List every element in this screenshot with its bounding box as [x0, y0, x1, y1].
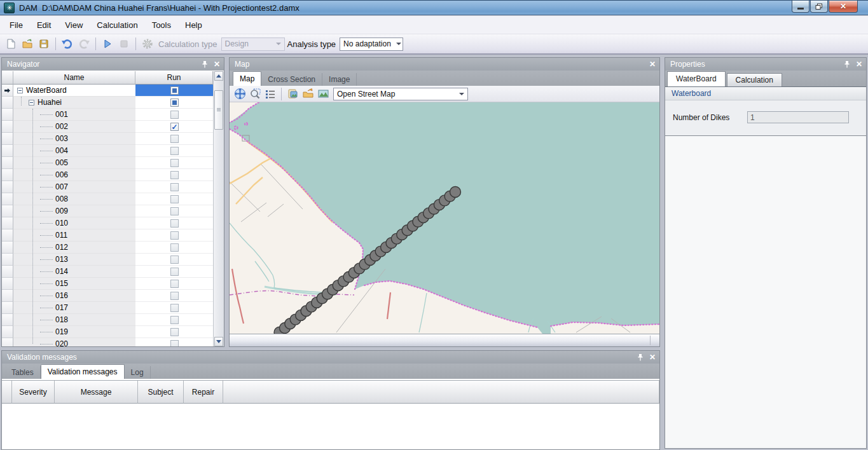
tree-name-cell[interactable]: 015 — [13, 278, 135, 290]
run-calculation-button[interactable] — [100, 36, 115, 51]
run-cell[interactable] — [135, 109, 213, 121]
run-checkbox-huahei[interactable] — [170, 99, 179, 107]
column-header-repair[interactable]: Repair — [184, 381, 223, 404]
menu-item-tools[interactable]: Tools — [145, 18, 178, 32]
title-bar[interactable]: ✳ DAM D:\DAM\DAM China Huahei Frans\Huah… — [0, 0, 868, 15]
tree-name-cell[interactable]: 008 — [13, 193, 135, 205]
redo-button[interactable] — [76, 36, 92, 51]
run-cell[interactable] — [135, 205, 213, 217]
analysis-type-combo[interactable]: No adaptation — [340, 38, 403, 51]
tree-name-cell[interactable]: 020 — [13, 338, 135, 346]
run-cell[interactable] — [135, 217, 213, 229]
close-panel-icon[interactable]: ✕ — [649, 60, 656, 68]
menu-item-view[interactable]: View — [58, 18, 90, 32]
run-cell[interactable] — [135, 145, 213, 157]
run-cell[interactable] — [135, 278, 213, 290]
tree-row-017[interactable]: 017 — [2, 302, 213, 314]
run-cell[interactable] — [135, 85, 213, 97]
run-checkbox-009[interactable] — [170, 207, 179, 215]
tree-row-002[interactable]: 002 — [2, 121, 213, 133]
tree-name-cell[interactable]: 010 — [13, 217, 135, 229]
run-cell[interactable] — [135, 338, 213, 346]
run-cell[interactable] — [135, 193, 213, 205]
tree-name-cell[interactable]: 014 — [13, 266, 135, 278]
zoom-selection-button[interactable] — [248, 87, 262, 101]
tree-row-008[interactable]: 008 — [2, 193, 213, 205]
tab-calculation[interactable]: Calculation — [727, 73, 782, 86]
tree-row-015[interactable]: 015 — [2, 278, 213, 290]
tree-row-waterboard[interactable]: WaterBoard — [2, 85, 213, 97]
run-cell[interactable] — [135, 242, 213, 254]
close-panel-icon[interactable]: ✕ — [649, 353, 656, 361]
tree-row-004[interactable]: 004 — [2, 145, 213, 157]
name-column-header[interactable]: Name — [13, 71, 135, 85]
run-cell[interactable] — [135, 121, 213, 133]
menu-item-file[interactable]: File — [3, 18, 30, 32]
tab-waterboard[interactable]: WaterBoard — [667, 71, 726, 86]
pin-icon[interactable] — [844, 61, 850, 68]
map-canvas[interactable] — [230, 102, 659, 334]
run-cell[interactable] — [135, 254, 213, 266]
pin-icon[interactable] — [202, 61, 208, 68]
run-cell[interactable] — [135, 302, 213, 314]
dike-point-marker[interactable] — [450, 187, 461, 198]
run-cell[interactable] — [135, 290, 213, 302]
tree-row-009[interactable]: 009 — [2, 205, 213, 217]
scrollbar-thumb[interactable] — [214, 90, 223, 130]
restore-button[interactable] — [810, 1, 828, 13]
run-cell[interactable] — [135, 181, 213, 193]
run-checkbox-011[interactable] — [170, 231, 179, 240]
save-file-button[interactable] — [36, 36, 52, 51]
run-checkbox-015[interactable] — [170, 280, 179, 288]
open-folder-button[interactable] — [301, 87, 315, 101]
tab-map[interactable]: Map — [233, 71, 261, 86]
number-of-dikes-input[interactable] — [747, 111, 849, 123]
tree-row-010[interactable]: 010 — [2, 217, 213, 229]
tree-name-cell[interactable]: 001 — [13, 109, 135, 121]
run-checkbox-017[interactable] — [170, 304, 179, 312]
tree-row-011[interactable]: 011 — [2, 229, 213, 242]
run-cell[interactable] — [135, 326, 213, 338]
tree-expander-icon[interactable] — [29, 100, 34, 106]
close-panel-icon[interactable]: ✕ — [214, 60, 220, 68]
run-checkbox-020[interactable] — [170, 340, 179, 347]
tree-name-cell[interactable]: 009 — [13, 205, 135, 217]
tree-row-014[interactable]: 014 — [2, 266, 213, 278]
run-checkbox-016[interactable] — [170, 292, 179, 300]
tree-name-cell[interactable]: 012 — [13, 242, 135, 254]
tree-row-007[interactable]: 007 — [2, 181, 213, 193]
run-column-header[interactable]: Run — [135, 71, 213, 85]
tree-row-001[interactable]: 001 — [2, 109, 213, 121]
tree-name-cell[interactable]: 002 — [13, 121, 135, 133]
pin-icon[interactable] — [637, 354, 644, 361]
run-checkbox-018[interactable] — [170, 316, 179, 324]
map-horizontal-scrollbar[interactable] — [230, 334, 659, 346]
run-checkbox-waterboard[interactable] — [170, 86, 179, 95]
close-button[interactable]: ✕ — [829, 1, 858, 13]
run-checkbox-005[interactable] — [170, 159, 179, 167]
tree-row-012[interactable]: 012 — [2, 242, 213, 254]
tree-name-cell[interactable]: 013 — [13, 254, 135, 266]
undo-button[interactable] — [60, 36, 75, 51]
run-checkbox-019[interactable] — [170, 328, 179, 336]
run-cell[interactable] — [135, 266, 213, 278]
open-file-button[interactable] — [20, 36, 35, 51]
background-image-button[interactable] — [316, 87, 330, 101]
tree-name-cell[interactable]: 018 — [13, 314, 135, 326]
tree-row-006[interactable]: 006 — [2, 169, 213, 181]
new-file-button[interactable] — [3, 36, 18, 51]
tree-row-huahei[interactable]: Huahei — [2, 97, 213, 109]
navigator-scrollbar[interactable] — [213, 71, 224, 346]
run-checkbox-008[interactable] — [170, 195, 179, 203]
run-checkbox-013[interactable] — [170, 256, 179, 264]
minimize-button[interactable] — [792, 1, 809, 13]
tab-log[interactable]: Log — [125, 366, 151, 379]
tree-expander-icon[interactable] — [17, 88, 23, 93]
legend-button[interactable] — [263, 87, 277, 101]
tree-name-cell[interactable]: 016 — [13, 290, 135, 302]
column-header-severity[interactable]: Severity — [12, 381, 55, 404]
run-cell[interactable] — [135, 169, 213, 181]
calculation-settings-button[interactable] — [140, 36, 155, 51]
tree-name-cell[interactable]: 005 — [13, 157, 135, 169]
run-checkbox-002[interactable] — [170, 123, 179, 131]
